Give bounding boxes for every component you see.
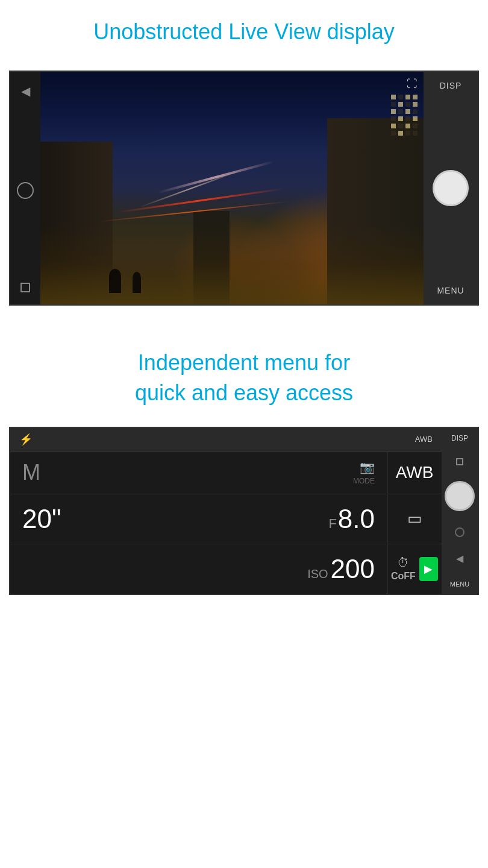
menu-row-iso: ISO 200 ⏱ CoFF ▶ — [10, 544, 442, 594]
menu-disp-button[interactable]: DISP — [451, 434, 468, 442]
menu-right-square — [456, 458, 463, 465]
live-view-image: ⛶ — [40, 72, 424, 304]
coff-label: CoFF — [391, 571, 416, 582]
menu-right-arrow-icon[interactable]: ◀ — [456, 553, 463, 564]
mode-right: 📷 MODE — [353, 460, 375, 485]
aperture-value: 8.0 — [338, 504, 375, 534]
awb-cell[interactable]: AWB — [387, 451, 442, 494]
person-silhouette-2 — [133, 272, 141, 293]
menu-menu-button[interactable]: MENU — [450, 580, 469, 588]
left-square-indicator — [20, 283, 30, 292]
person-silhouette-1 — [109, 269, 121, 293]
building-windows — [391, 95, 418, 136]
iso-prefix: ISO — [307, 567, 328, 581]
shutter-value: 20" — [22, 504, 61, 534]
menu-main-panel: ⚡ AWB M 📷 MODE AWB 20" F 8.0 — [10, 428, 442, 594]
mode-label: MODE — [353, 477, 375, 485]
menu-right-panel: DISP ◀ MENU — [442, 428, 478, 594]
shutter-cell[interactable]: 20" F 8.0 — [10, 494, 387, 544]
aspect-cell[interactable]: ▭ — [387, 494, 442, 544]
mode-value: M — [22, 460, 40, 485]
iso-right-controls: ⏱ CoFF ▶ — [387, 544, 442, 594]
play-button[interactable]: ▶ — [419, 557, 438, 581]
timer-icon: ⏱ — [397, 556, 409, 570]
iso-cell[interactable]: ISO 200 — [10, 544, 387, 594]
iso-value: 200 — [331, 554, 375, 584]
aspect-ratio-icon: ▭ — [407, 509, 422, 528]
aperture-f-prefix: F — [328, 516, 336, 532]
right-panel: DISP MENU — [424, 72, 478, 304]
play-icon: ▶ — [424, 562, 433, 576]
af-point-indicator — [17, 182, 34, 199]
menu-button[interactable]: MENU — [437, 286, 464, 295]
menu-shutter-button[interactable] — [445, 481, 475, 511]
flash-icon[interactable]: ⚡ — [19, 433, 33, 446]
camera-icon: 📷 — [360, 460, 375, 474]
street-glow — [40, 223, 424, 304]
left-arrow-icon[interactable]: ◀ — [21, 84, 30, 98]
awb-top-label: AWB — [415, 435, 433, 444]
camera-menu-ui: ⚡ AWB M 📷 MODE AWB 20" F 8.0 — [9, 427, 479, 595]
section1-title: Unobstructed Live View display — [0, 0, 488, 58]
menu-shutter-small — [455, 527, 465, 537]
menu-row-shutter: 20" F 8.0 ▭ — [10, 494, 442, 544]
menu-row-mode: M 📷 MODE AWB — [10, 451, 442, 494]
left-controls: ◀ — [10, 72, 40, 304]
fullscreen-icon[interactable]: ⛶ — [407, 78, 418, 90]
timer-off-button[interactable]: ⏱ CoFF — [391, 556, 416, 582]
shutter-button[interactable] — [433, 170, 469, 206]
camera-liveview-ui: ◀ ⛶ DISP MENU — [9, 71, 479, 306]
mode-cell[interactable]: M 📷 MODE — [10, 451, 387, 494]
disp-button[interactable]: DISP — [440, 81, 462, 90]
menu-top-bar: ⚡ AWB — [10, 428, 442, 451]
awb-value: AWB — [396, 463, 434, 482]
section2-title: Independent menu for quick and easy acce… — [0, 318, 488, 427]
